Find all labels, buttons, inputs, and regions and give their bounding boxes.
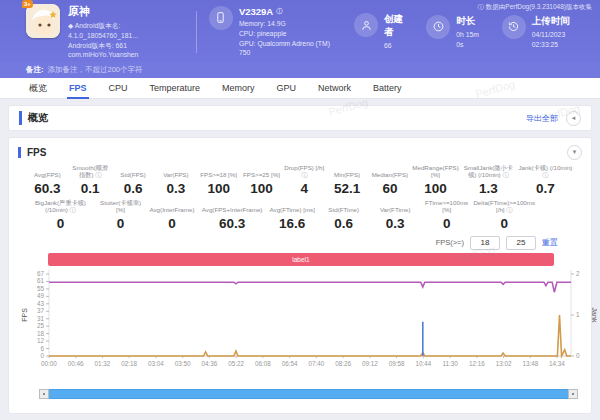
remark-placeholder: 添加备注，不超过200个字符 — [48, 65, 143, 75]
stat-value: 100 — [241, 181, 282, 196]
svg-text:31: 31 — [37, 314, 45, 321]
fps-collapse-button[interactable]: ▾ — [567, 145, 582, 160]
info-icon[interactable]: ⓘ — [505, 206, 513, 213]
scrollbar-right-handle[interactable] — [568, 389, 578, 399]
android-version-name: ◆ Android版本名: 4.1.0_18054760_181... — [68, 21, 186, 41]
report-header: ⓘ 数据由PerfDog(9.3.231048)版本收集 3+ 原神 ◆ And… — [0, 0, 600, 62]
person-icon — [354, 13, 378, 37]
reset-button[interactable]: 重置 — [542, 237, 558, 248]
svg-text:25: 25 — [37, 322, 45, 329]
stat-label: SmallJank(微小卡顿) (/10min) ⓘ — [461, 164, 516, 179]
creator-value: 66 — [384, 41, 410, 51]
upload-value: 04/11/2023 02:33:25 — [532, 30, 590, 50]
stat-Delta(FTime)>=100ms [/h]: Delta(FTime)>=100ms [/h] ⓘ0 — [472, 199, 536, 231]
tab-CPU[interactable]: CPU — [98, 78, 139, 99]
device-memory: Memory: 14.9G — [239, 19, 338, 29]
svg-text:49: 49 — [37, 292, 45, 299]
overview-section: 概览 导出全部 ◂ — [8, 105, 592, 131]
stat-FTime>=100ms [%]: FTime>=100ms [%]0 — [421, 199, 472, 231]
stat-value: 0.1 — [70, 181, 111, 196]
chart-range-scrollbar[interactable] — [39, 389, 578, 399]
stat-BigJank(严重卡顿) (/10min): BigJank(严重卡顿) (/10min) ⓘ0 — [26, 199, 95, 231]
stat-label: Avg(FPS+InterFrame) — [199, 206, 266, 213]
svg-text:07:40: 07:40 — [308, 360, 324, 367]
stat-value: 60 — [370, 181, 411, 196]
tab-Memory[interactable]: Memory — [211, 78, 266, 99]
svg-text:37: 37 — [37, 307, 45, 314]
stat-Jank(卡顿) (/10min): Jank(卡顿) (/10min) ⓘ0.7 — [517, 164, 574, 196]
stat-FPS>=25 [%]: FPS>=25 [%]100 — [240, 171, 283, 195]
svg-text:04:36: 04:36 — [202, 360, 218, 367]
fps-threshold-label: FPS(>=) — [436, 238, 464, 247]
device-info-icon[interactable]: ⓘ — [276, 7, 282, 16]
svg-text:12:16: 12:16 — [469, 360, 485, 367]
info-icon[interactable]: ⓘ — [501, 171, 509, 178]
info-icon[interactable]: ⓘ — [301, 171, 307, 178]
scrollbar-left-handle[interactable] — [39, 389, 49, 399]
info-icon[interactable]: ⓘ — [68, 206, 76, 213]
svg-text:10:44: 10:44 — [415, 360, 431, 367]
svg-text:13:48: 13:48 — [522, 360, 538, 367]
stat-label: Avg(FPS) — [27, 171, 68, 178]
svg-text:09:58: 09:58 — [389, 360, 405, 367]
stat-value: 0.6 — [113, 181, 154, 196]
stat-label: Jank(卡顿) (/10min) ⓘ — [518, 164, 573, 179]
stat-label: Std(FTime) — [319, 206, 368, 213]
info-icon[interactable]: ⓘ — [93, 171, 101, 178]
stat-Var(FTime): Var(FTime)0.3 — [369, 206, 420, 230]
duration-label: 时长 — [456, 15, 485, 28]
chart-label-bar[interactable]: label1 — [48, 253, 554, 266]
stat-label: Avg(InterFrame) — [147, 206, 196, 213]
stat-label: Median(FPS) — [370, 171, 411, 178]
svg-text:0: 0 — [40, 352, 44, 359]
svg-text:06:08: 06:08 — [255, 360, 271, 367]
stat-Avg(FTime) [ms]: Avg(FTime) [ms]16.6 — [267, 206, 318, 230]
clock-icon — [426, 15, 450, 39]
stat-Stutter(卡顿率) [%]: Stutter(卡顿率) [%]0 — [95, 199, 146, 231]
stat-Var(FPS): Var(FPS)0.3 — [154, 171, 197, 195]
svg-text:02:18: 02:18 — [121, 360, 137, 367]
svg-text:6: 6 — [40, 344, 44, 351]
tab-bar: 概览FPSCPUTemperatureMemoryGPUNetworkBatte… — [0, 78, 600, 99]
svg-text:00:00: 00:00 — [41, 360, 57, 367]
tab-Battery[interactable]: Battery — [362, 78, 413, 99]
stat-Std(FPS): Std(FPS)0.6 — [112, 171, 155, 195]
remark-bar[interactable]: 备注: 添加备注，不超过200个字符 — [0, 62, 600, 78]
tab-GPU[interactable]: GPU — [266, 78, 308, 99]
age-badge: 3+ — [22, 0, 33, 8]
stat-label: FPS>=18 [%] — [198, 171, 239, 178]
tab-Network[interactable]: Network — [307, 78, 362, 99]
upload-info: 上传时间 04/11/2023 02:33:25 — [502, 15, 590, 50]
tab-概览[interactable]: 概览 — [18, 78, 58, 99]
svg-text:06:54: 06:54 — [282, 360, 298, 367]
remark-label: 备注: — [26, 65, 44, 75]
tab-Temperature[interactable]: Temperature — [139, 78, 212, 99]
svg-text:2: 2 — [576, 270, 580, 277]
fps-threshold-input-1[interactable] — [470, 236, 500, 250]
upload-label: 上传时间 — [532, 15, 590, 28]
fps-chart[interactable]: 061218253137434955616701200:0000:4601:32… — [19, 268, 597, 382]
stat-value: 0.6 — [319, 216, 368, 231]
stat-Avg(InterFrame): Avg(InterFrame)0 — [146, 206, 197, 230]
svg-text:0: 0 — [576, 352, 580, 359]
tab-FPS[interactable]: FPS — [58, 78, 98, 99]
game-name: 原神 — [68, 4, 186, 19]
overview-collapse-button[interactable]: ◂ — [566, 111, 581, 126]
svg-text:11:30: 11:30 — [442, 360, 458, 367]
creator-label: 创建者 — [384, 13, 410, 39]
svg-text:61: 61 — [37, 277, 45, 284]
export-all-button[interactable]: 导出全部 — [526, 113, 558, 124]
fps-threshold-input-2[interactable] — [506, 236, 536, 250]
stat-label: Std(FPS) — [113, 171, 154, 178]
info-icon[interactable]: ⓘ — [542, 171, 548, 178]
phone-icon — [209, 6, 233, 30]
stat-Median(FPS): Median(FPS)60 — [369, 171, 412, 195]
device-info: V2329A ⓘ Memory: 14.9G CPU: pineapple GP… — [209, 6, 338, 58]
stat-label: Var(FPS) — [155, 171, 196, 178]
package-name: com.miHoYo.Yuanshen — [68, 50, 186, 60]
perfdog-version-note: ⓘ 数据由PerfDog(9.3.231048)版本收集 — [477, 3, 592, 12]
device-gpu: GPU: Qualcomm Adreno (TM) 750 — [239, 39, 338, 59]
svg-text:14:34: 14:34 — [549, 360, 565, 367]
stat-value: 4 — [284, 181, 325, 196]
stat-value: 0.3 — [370, 216, 419, 231]
